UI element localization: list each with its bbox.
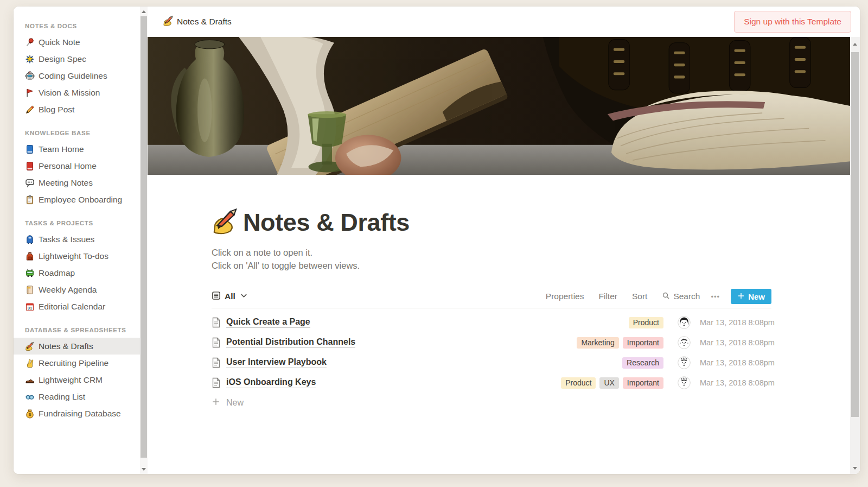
breadcrumb[interactable]: Notes & Drafts <box>163 15 232 29</box>
sidebar-item-lightweight-crm[interactable]: Lightweight CRM <box>14 371 140 388</box>
main-scrollbar[interactable] <box>850 37 860 474</box>
page-content: Notes & Drafts Click on a note to open i… <box>212 207 771 413</box>
sidebar-item-label: Blog Post <box>39 105 74 115</box>
sidebar-item-coding-guidelines[interactable]: Coding Guidelines <box>14 67 140 84</box>
sidebar-item-fundraising-database[interactable]: $ Fundraising Database <box>14 405 140 422</box>
table-row-user-interview-playbook[interactable]: User Interview Playbook Research Mar 13,… <box>212 353 771 373</box>
cover-image <box>148 37 850 175</box>
new-button[interactable]: New <box>731 289 771 304</box>
writing-hand-icon <box>25 341 35 351</box>
sidebar-section-notes-docs: NOTES & DOCS Quick Note Design Spec Codi… <box>14 23 140 118</box>
sidebar-item-personal-home[interactable]: Personal Home <box>14 157 140 174</box>
breadcrumb-label: Notes & Drafts <box>177 17 232 27</box>
plus-icon <box>212 397 220 408</box>
avatar-woman-bob <box>678 316 691 329</box>
sidebar-item-notes-drafts[interactable]: Notes & Drafts <box>14 338 140 355</box>
scroll-down-icon[interactable] <box>850 464 860 472</box>
sidebar-item-quick-note[interactable]: Quick Note <box>14 34 140 50</box>
sidebar-item-vision-mission[interactable]: Vision & Mission <box>14 84 140 101</box>
tag-product: Product <box>629 317 663 328</box>
sidebar-item-roadmap[interactable]: Roadmap <box>14 264 140 281</box>
view-selector[interactable]: All <box>212 291 248 302</box>
more-options-button[interactable]: ••• <box>711 293 720 301</box>
main-scrollbar-thumb[interactable] <box>851 52 859 417</box>
view-toolbar: All Properties Filter Sort Search ••• Ne… <box>212 286 771 308</box>
description-line: Click on a note to open it. <box>212 246 771 260</box>
row-title[interactable]: Quick Create a Page <box>226 317 310 328</box>
chevron-down-icon <box>239 291 248 302</box>
sort-button[interactable]: Sort <box>632 292 647 301</box>
sidebar-scrollbar-thumb[interactable] <box>141 16 147 458</box>
scroll-up-icon[interactable] <box>140 8 148 15</box>
table-row-ios-onboarding-keys[interactable]: iOS Onboarding Keys ProductUXImportant M… <box>212 373 771 393</box>
tag-important: Important <box>623 337 663 349</box>
page-icon <box>212 317 221 328</box>
sidebar-item-recruiting-pipeline[interactable]: Recruiting Pipeline <box>14 355 140 371</box>
sidebar-section-title: NOTES & DOCS <box>14 23 140 34</box>
signup-template-button[interactable]: Sign up with this Template <box>734 11 851 33</box>
row-edited-date: Mar 13, 2018 8:08pm <box>700 338 771 347</box>
sidebar-item-label: Notes & Drafts <box>39 341 93 351</box>
row-title[interactable]: Potential Distribution Channels <box>226 337 355 348</box>
table-row-potential-distribution-channels[interactable]: Potential Distribution Channels Marketin… <box>212 333 771 353</box>
sidebar-item-meeting-notes[interactable]: Meeting Notes <box>14 174 140 191</box>
sidebar-scrollbar[interactable] <box>140 7 148 474</box>
sidebar-section-title: TASKS & PROJECTS <box>14 220 140 231</box>
row-title[interactable]: User Interview Playbook <box>226 357 327 368</box>
sidebar-item-label: Lightweight CRM <box>39 375 103 385</box>
properties-button[interactable]: Properties <box>546 292 584 301</box>
glasses-icon <box>25 392 35 402</box>
table-row-quick-create-a-page[interactable]: Quick Create a Page Product Mar 13, 2018… <box>212 313 771 333</box>
filter-button[interactable]: Filter <box>598 292 617 301</box>
sidebar-item-tasks-issues[interactable]: Tasks & Issues <box>14 231 140 248</box>
robot-icon <box>25 71 35 81</box>
scroll-down-icon[interactable] <box>140 465 148 473</box>
topbar: Notes & Drafts Sign up with this Templat… <box>148 7 860 37</box>
new-row-button[interactable]: New <box>212 393 771 413</box>
tag-product: Product <box>561 377 596 389</box>
new-row-label: New <box>226 398 244 408</box>
sidebar-item-employee-onboarding[interactable]: Employee Onboarding <box>14 191 140 208</box>
search-label: Search <box>673 292 700 301</box>
sidebar-item-label: Weekly Agenda <box>39 285 97 295</box>
table-rows: Quick Create a Page Product Mar 13, 2018… <box>212 313 771 393</box>
notebook-icon <box>25 285 35 295</box>
flag-icon <box>25 88 35 98</box>
row-tags: ProductUXImportant <box>561 377 663 389</box>
sidebar-item-label: Recruiting Pipeline <box>39 358 108 368</box>
sidebar-item-label: Quick Note <box>39 37 80 47</box>
row-tags: MarketingImportant <box>577 337 663 349</box>
pushpin-icon <box>25 37 35 47</box>
page-icon <box>212 337 221 348</box>
sidebar-item-team-home[interactable]: Team Home <box>14 141 140 157</box>
tag-important: Important <box>623 377 663 389</box>
sidebar-item-design-spec[interactable]: Design Spec <box>14 50 140 67</box>
pencil-icon <box>25 105 35 115</box>
sidebar-section-tasks-projects: TASKS & PROJECTS Tasks & Issues Lightwei… <box>14 220 140 315</box>
sidebar-item-blog-post[interactable]: Blog Post <box>14 101 140 118</box>
sidebar-item-label: Design Spec <box>39 54 86 64</box>
sidebar-item-label: Lightweight To-dos <box>39 251 108 261</box>
sidebar-item-lightweight-to-dos[interactable]: Lightweight To-dos <box>14 248 140 264</box>
sidebar-item-label: Roadmap <box>39 268 75 278</box>
row-edited-date: Mar 13, 2018 8:08pm <box>700 358 771 367</box>
sidebar-item-weekly-agenda[interactable]: Weekly Agenda <box>14 281 140 298</box>
sidebar-item-label: Vision & Mission <box>39 88 100 98</box>
sidebar-section-knowledge-base: KNOWLEDGE BASE Team Home Personal Home M… <box>14 130 140 208</box>
desktop-background: NOTES & DOCS Quick Note Design Spec Codi… <box>0 0 868 487</box>
scroll-up-icon[interactable] <box>850 40 860 48</box>
avatar-man-hair <box>678 356 691 369</box>
sidebar-item-reading-list[interactable]: Reading List <box>14 388 140 405</box>
clipboard-icon <box>25 195 35 205</box>
sidebar-item-label: Coding Guidelines <box>39 71 107 81</box>
tag-ux: UX <box>599 377 618 389</box>
main-area: Notes & Drafts Sign up with this Templat… <box>148 7 860 474</box>
svg-text:31: 31 <box>28 305 32 310</box>
sidebar-item-editorial-calendar[interactable]: 31 Editorial Calendar <box>14 298 140 315</box>
search-icon <box>662 292 670 302</box>
row-edited-date: Mar 13, 2018 8:08pm <box>700 318 771 327</box>
avatar-man-hair <box>678 376 691 389</box>
sidebar-item-label: Meeting Notes <box>39 178 93 188</box>
row-title[interactable]: iOS Onboarding Keys <box>226 377 316 388</box>
search-button[interactable]: Search <box>662 292 700 302</box>
